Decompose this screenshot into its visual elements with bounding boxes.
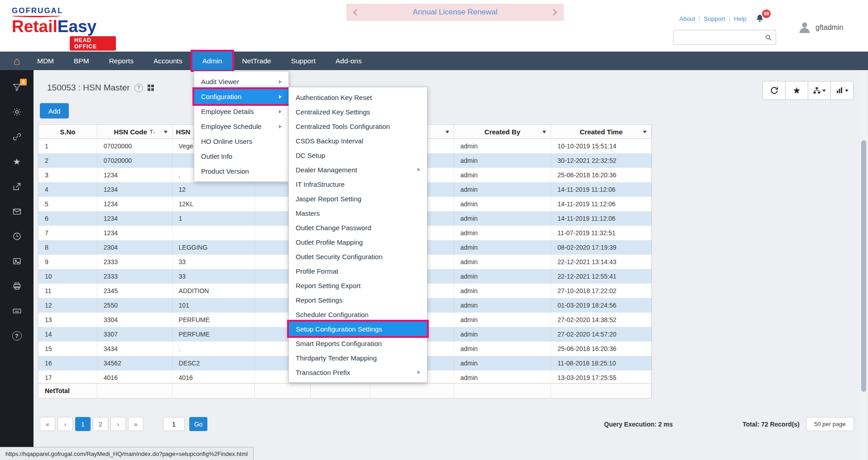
configuration-menu-item[interactable]: Outlet Change Password [289,220,427,235]
prev-page-button[interactable]: ‹ [58,417,73,431]
column-header[interactable]: Created Time T↓ [551,125,652,138]
banner-prev-icon[interactable] [351,7,361,17]
query-execution: Query Execution: 2 ms [604,421,673,428]
nav-items: MDM BPM Reports Accounts Admin NetTrade … [27,52,372,70]
clock-icon[interactable] [12,231,22,241]
configuration-menu-item[interactable]: Smart Reports Configuration [289,336,427,351]
search-input[interactable] [674,30,764,44]
submenu-arrow-icon [279,125,282,128]
user-menu[interactable]: gftadmin [797,20,843,35]
admin-menu-item[interactable]: Configuration [194,89,288,104]
created-by-cell: admin [454,327,551,341]
column-header[interactable]: HSN Code T↓ [97,125,173,138]
page-button-1[interactable]: 1 [75,417,91,431]
star-icon[interactable]: ★ [12,156,22,166]
home-icon[interactable]: ⌂ [6,52,27,70]
admin-menu-item[interactable]: Employee Schedule [194,119,288,134]
filter-caret-icon[interactable] [643,131,647,133]
configuration-menu-item[interactable]: Thirdparty Tender Mapping [289,351,427,365]
goto-page-input[interactable] [163,417,185,431]
created-by-cell: admin [454,269,551,284]
filter-caret-icon[interactable] [446,131,449,133]
configuration-menu-item[interactable]: Profile Format [289,264,427,278]
hsn-code-cell: 1234 [97,211,173,226]
about-link[interactable]: About [679,15,695,22]
nav-item[interactable]: MDM [27,52,64,70]
filter-icon[interactable]: 0 [12,82,22,92]
configuration-menu-item[interactable]: Setup Configuration Settings [289,322,427,336]
configuration-menu-item[interactable]: Authentication Key Reset [289,90,427,104]
sno-cell: 3 [38,168,97,182]
go-button[interactable]: Go [189,417,207,431]
title-help-icon[interactable]: ? [134,84,143,92]
configuration-menu-item[interactable]: Scheduler Configuration [289,307,427,322]
nav-item[interactable]: Reports [99,52,144,70]
gear-icon[interactable] [12,107,22,117]
total-records: Total: 72 Record(s) [743,421,800,428]
grid-view-icon[interactable] [148,85,154,91]
configuration-menu-item[interactable]: Centralized Key Settings [289,104,427,119]
configuration-menu-item[interactable]: Outlet Profile Mapping [289,235,427,249]
refresh-button[interactable] [762,81,786,100]
hierarchy-button[interactable] [808,81,831,100]
configuration-menu-item[interactable]: Transaction Prefix [289,365,427,379]
filter-caret-icon[interactable] [542,131,546,133]
banner-next-icon[interactable] [549,7,559,17]
page-button-2[interactable]: 2 [93,417,108,431]
nav-item[interactable]: Add-ons [326,52,372,70]
nav-item[interactable]: BPM [64,52,99,70]
configuration-menu-item[interactable]: Centralized Tools Configuration [289,119,427,133]
configuration-menu-item[interactable]: Masters [289,206,427,220]
next-page-button[interactable]: › [110,417,126,431]
scrollbar-thumb[interactable] [861,140,866,392]
chart-button[interactable] [830,81,854,100]
last-page-button[interactable]: » [128,417,144,431]
nav-item[interactable]: NetTrade [232,52,281,70]
hsn-code-cell: 1234 [97,197,173,211]
configuration-menu-item[interactable]: Report Setting Export [289,278,427,293]
mail-icon[interactable] [12,206,22,216]
printer-icon[interactable] [12,281,22,291]
keyboard-icon[interactable] [12,306,22,316]
nav-item[interactable]: Accounts [144,52,192,70]
sno-cell: 7 [38,226,97,240]
support-link[interactable]: Support [704,15,725,22]
configuration-menu-item[interactable]: Outlet Security Configuration [289,249,427,264]
configuration-menu-item[interactable]: Report Settings [289,293,427,307]
link-icon[interactable] [12,132,22,142]
nav-item[interactable]: Admin [192,52,232,70]
hsn-code-cell: 3434 [97,341,173,356]
column-header[interactable]: Created By T↓ [454,125,551,138]
help-link[interactable]: Help [734,15,747,22]
sort-icon[interactable]: T↓ [150,129,155,134]
notification-bell[interactable]: 69 [755,14,765,24]
configuration-menu-item[interactable]: Jasper Report Setting [289,191,427,206]
nav-item[interactable]: Support [281,52,326,70]
share-icon[interactable] [12,181,22,191]
add-button[interactable]: Add [40,103,69,119]
nettotal-row: NetTotal [38,383,652,398]
banner-text: Annual License Renewal [361,8,549,17]
help-icon[interactable]: ? [12,331,22,341]
hsn-code-cell: 07020000 [97,139,173,153]
configuration-menu-item[interactable]: DC Setup [289,148,427,162]
search-icon[interactable] [764,33,772,42]
sno-cell: 14 [38,327,97,341]
image-icon[interactable] [12,256,22,266]
configuration-menu-item[interactable]: CSDS Backup Interval [289,133,427,148]
created-time-cell: 25-06-2018 16:20:36 [551,168,652,182]
admin-menu-item[interactable]: Outlet Info [194,149,288,164]
sno-cell: 15 [38,341,97,356]
admin-menu-item[interactable]: Product Version [194,164,288,179]
admin-menu-item[interactable]: Audit Viewer [194,74,288,89]
filter-caret-icon[interactable] [164,131,168,133]
favorite-button[interactable]: ★ [785,81,808,100]
column-header[interactable]: S.No T↓ [38,125,97,138]
first-page-button[interactable]: « [40,417,55,431]
hsn-code-cell: 3304 [97,313,173,327]
admin-menu-item[interactable]: Employee Details [194,104,288,119]
admin-menu-item[interactable]: HO Online Users [194,134,288,149]
per-page-select[interactable]: 50 per page [806,417,854,431]
configuration-menu-item[interactable]: IT InfraStructure [289,177,427,191]
configuration-menu-item[interactable]: Dealer Management [289,162,427,177]
